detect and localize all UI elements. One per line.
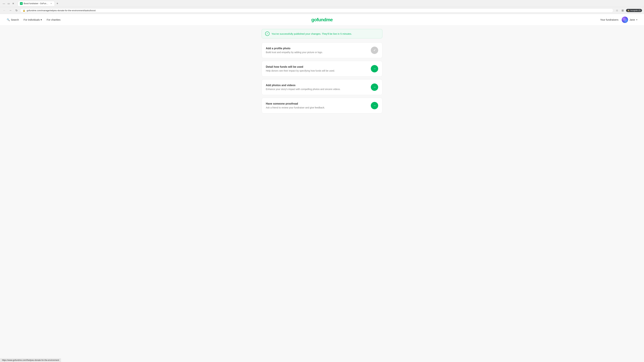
arrow-right-icon: → [373, 67, 376, 70]
task-desc-proofread: Ask a friend to review your fundraiser a… [266, 106, 371, 109]
refresh-button[interactable]: ↻ [14, 8, 19, 13]
success-message: You've successfully published your chang… [272, 32, 352, 35]
nav-right: Your fundraisers Jane ▾ [427, 16, 637, 23]
for-individuals-chevron-icon: ▾ [40, 18, 42, 21]
task-info-proofread: Have someone proofread Ask a friend to r… [266, 102, 371, 109]
incognito-badge[interactable]: 🕵 Incognito (2) [626, 9, 642, 12]
tab-close-button[interactable]: × [50, 2, 52, 5]
extensions-button[interactable]: ⊞ [620, 8, 625, 13]
task-title-photos-videos: Add photos and videos [266, 84, 371, 87]
page-wrapper: 🔍 Search For individuals ▾ For charities… [0, 14, 644, 123]
task-desc-detail-funds: Help donors see their impact by specifyi… [266, 69, 371, 72]
task-info-photos-videos: Add photos and videos Enhance your story… [266, 84, 371, 90]
checkmark-icon: ✓ [373, 48, 376, 52]
user-menu[interactable]: Jane ▾ [622, 16, 637, 23]
nav-left: 🔍 Search For individuals ▾ For charities [7, 18, 217, 21]
browser-chrome: — ▭ ✕ G Boost fundraiser - GoFundMe × + … [0, 0, 644, 14]
success-check-icon: ✓ [265, 31, 270, 36]
close-button[interactable]: ✕ [12, 2, 15, 5]
tab-favicon: G [20, 2, 23, 5]
nav-center: gofundme [217, 17, 427, 22]
incognito-label: Incognito (2) [630, 9, 641, 11]
toolbar-right: ☆ ⊞ 🕵 Incognito (2) [615, 8, 642, 13]
bookmark-button[interactable]: ☆ [615, 8, 619, 13]
task-info-detail-funds: Detail how funds will be used Help donor… [266, 65, 371, 72]
active-tab[interactable]: G Boost fundraiser - GoFundMe × [18, 1, 55, 6]
task-info-profile-photo: Add a profile photo Build trust and empa… [266, 47, 371, 54]
user-name-label: Jane [630, 18, 635, 21]
browser-titlebar: — ▭ ✕ G Boost fundraiser - GoFundMe × + [0, 0, 644, 7]
task-card-photos-videos: Add photos and videos Enhance your story… [262, 79, 382, 95]
search-nav-item[interactable]: 🔍 Search [7, 18, 19, 21]
tab-title: Boost fundraiser - GoFundMe [24, 2, 49, 5]
maximize-button[interactable]: ▭ [7, 2, 10, 5]
search-label: Search [11, 18, 19, 21]
avatar-image [622, 16, 628, 23]
arrow-right-icon-2: → [373, 85, 376, 89]
for-individuals-nav-item[interactable]: For individuals ▾ [24, 18, 42, 21]
address-bar[interactable]: 🔒 gofundme.com/manage/wdywu-donate-for-t… [20, 8, 613, 12]
task-card-proofread: Have someone proofread Ask a friend to r… [262, 98, 382, 113]
task-card-detail-funds: Detail how funds will be used Help donor… [262, 61, 382, 77]
task-card-profile-photo: Add a profile photo Build trust and empa… [262, 42, 382, 58]
for-charities-label: For charities [46, 18, 60, 21]
success-banner: ✓ You've successfully published your cha… [262, 29, 382, 38]
task-title-proofread: Have someone proofread [266, 102, 371, 105]
user-menu-chevron-icon: ▾ [636, 18, 637, 21]
for-charities-nav-item[interactable]: For charities [46, 18, 60, 21]
back-button[interactable]: ← [2, 8, 7, 13]
task-action-button-detail-funds[interactable]: → [371, 65, 378, 72]
avatar [622, 16, 628, 23]
new-tab-button[interactable]: + [55, 1, 60, 6]
main-content: ✓ You've successfully published your cha… [258, 26, 386, 123]
task-action-button-profile-photo[interactable]: ✓ [371, 46, 378, 54]
status-url: https://www.gofundme.com/f/wdywu-donate-… [2, 359, 59, 361]
tabs-bar: G Boost fundraiser - GoFundMe × + [16, 1, 61, 6]
forward-button[interactable]: → [8, 8, 13, 13]
minimize-button[interactable]: — [2, 2, 6, 5]
arrow-right-icon-3: → [373, 104, 376, 107]
lock-icon: 🔒 [23, 9, 25, 12]
task-title-detail-funds: Detail how funds will be used [266, 65, 371, 68]
your-fundraisers-link[interactable]: Your fundraisers [600, 18, 618, 21]
status-bar: https://www.gofundme.com/f/wdywu-donate-… [0, 358, 61, 362]
task-desc-photos-videos: Enhance your story's impact with compell… [266, 88, 371, 90]
for-individuals-label: For individuals [24, 18, 40, 21]
task-action-button-proofread[interactable]: → [371, 102, 378, 109]
task-action-button-photos-videos[interactable]: → [371, 83, 378, 91]
search-icon: 🔍 [7, 18, 10, 21]
site-nav: 🔍 Search For individuals ▾ For charities… [0, 14, 644, 26]
url-text: gofundme.com/manage/wdywu-donate-for-the… [27, 9, 611, 12]
site-logo[interactable]: gofundme [311, 17, 332, 22]
browser-toolbar: ← → ↻ 🔒 gofundme.com/manage/wdywu-donate… [0, 7, 644, 14]
window-controls: — ▭ ✕ [2, 2, 15, 5]
task-title-profile-photo: Add a profile photo [266, 47, 371, 50]
task-desc-profile-photo: Build trust and empathy by adding your p… [266, 51, 371, 54]
incognito-icon: 🕵 [628, 9, 630, 11]
